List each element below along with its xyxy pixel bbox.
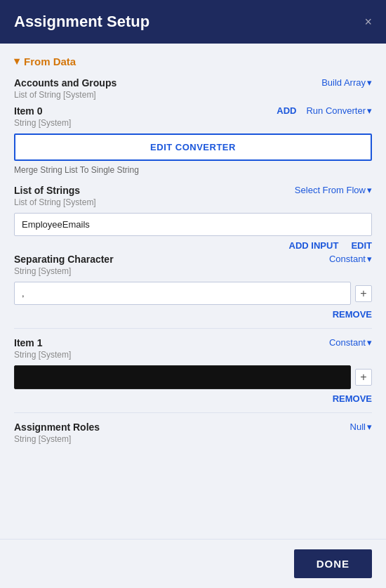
section-chevron-icon[interactable]: ▾ [14, 55, 20, 67]
divider [14, 328, 372, 329]
edit-converter-button[interactable]: EDIT CONVERTER [14, 133, 372, 161]
select-from-flow-chevron-icon: ▾ [367, 185, 372, 195]
employee-emails-input[interactable] [14, 213, 372, 236]
constant-chevron-icon: ▾ [367, 254, 372, 264]
done-button[interactable]: DONE [294, 549, 372, 578]
edit-link[interactable]: EDIT [351, 240, 372, 251]
item1-plus-button[interactable]: + [355, 369, 372, 386]
item0-remove-link[interactable]: REMOVE [333, 309, 372, 320]
assignment-roles-row: Assignment Roles Null ▾ [14, 422, 372, 433]
add-link[interactable]: ADD [277, 105, 296, 116]
add-input-link[interactable]: ADD INPUT [289, 240, 339, 251]
modal-title: Assignment Setup [14, 13, 149, 31]
item1-section: Item 1 Constant ▾ String [System] + REMO… [14, 337, 372, 404]
item1-constant-chevron-icon: ▾ [367, 337, 372, 348]
separating-character-plus-button[interactable]: + [355, 285, 372, 302]
accounts-field-row: Accounts and Groups Build Array ▾ [14, 77, 372, 89]
item0-section: Item 0 ADD Run Converter ▾ String [Syste… [14, 105, 372, 320]
build-array-chevron-icon: ▾ [367, 77, 372, 88]
item1-type: String [System] [14, 350, 372, 360]
list-of-strings-row: List of Strings Select From Flow ▾ [14, 185, 372, 196]
null-link[interactable]: Null ▾ [350, 422, 372, 432]
build-array-link[interactable]: Build Array ▾ [321, 77, 372, 88]
null-chevron-icon: ▾ [367, 422, 372, 432]
constant-link[interactable]: Constant ▾ [329, 254, 372, 264]
run-converter-chevron-icon: ▾ [367, 105, 372, 116]
item0-type: String [System] [14, 118, 372, 128]
item1-label: Item 1 [14, 337, 42, 348]
converter-description: Merge String List To Single String [14, 165, 372, 175]
assignment-roles-label: Assignment Roles [14, 422, 100, 433]
accounts-label: Accounts and Groups [14, 77, 117, 89]
item0-remove-row: REMOVE [14, 309, 372, 320]
item0-label: Item 0 [14, 105, 42, 117]
from-data-section-header: ▾ From Data [14, 55, 372, 67]
item1-row: Item 1 Constant ▾ [14, 337, 372, 348]
separating-character-label: Separating Character [14, 254, 114, 265]
divider2 [14, 412, 372, 413]
modal-footer: DONE [0, 539, 386, 588]
item1-remove-link[interactable]: REMOVE [333, 393, 372, 404]
assignment-roles-type: String [System] [14, 434, 372, 444]
list-of-strings-label: List of Strings [14, 185, 80, 196]
separating-character-row: Separating Character Constant ▾ [14, 254, 372, 265]
modal-header: Assignment Setup × [0, 0, 386, 44]
item1-input-row: + [14, 365, 372, 389]
list-of-strings-type: List of String [System] [14, 197, 372, 207]
separating-character-type: String [System] [14, 266, 372, 276]
add-input-row: ADD INPUT EDIT [14, 240, 372, 251]
separating-character-input[interactable] [14, 282, 351, 305]
item1-input[interactable] [14, 365, 351, 389]
item1-remove-row: REMOVE [14, 393, 372, 404]
item1-constant-link[interactable]: Constant ▾ [329, 337, 372, 348]
accounts-type: List of String [System] [14, 90, 372, 100]
run-converter-link[interactable]: Run Converter ▾ [306, 105, 372, 116]
separating-character-input-row: + [14, 282, 372, 305]
close-icon[interactable]: × [364, 15, 372, 30]
item0-row: Item 0 ADD Run Converter ▾ [14, 105, 372, 117]
modal-body: ▾ From Data Accounts and Groups Build Ar… [0, 44, 386, 539]
select-from-flow-link[interactable]: Select From Flow ▾ [295, 185, 372, 195]
section-label: From Data [24, 55, 76, 67]
assignment-setup-modal: Assignment Setup × ▾ From Data Accounts … [0, 0, 386, 588]
